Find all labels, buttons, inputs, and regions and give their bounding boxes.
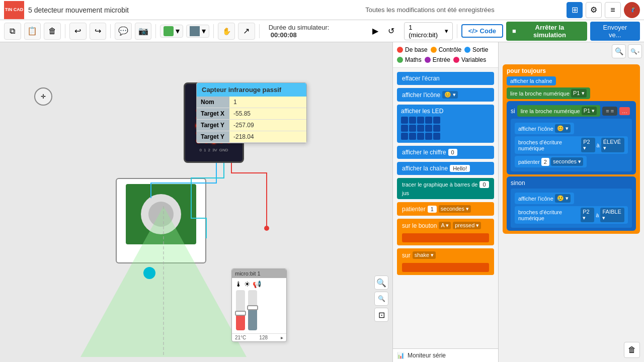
faible-dropdown[interactable]: FAIBLE ▾ bbox=[600, 208, 624, 222]
icone-dropdown-1[interactable]: 😊 ▾ bbox=[555, 124, 571, 133]
code-btn[interactable]: </> Code bbox=[461, 24, 503, 38]
chiffre-value[interactable]: 0 bbox=[448, 149, 457, 156]
led-cell[interactable] bbox=[417, 117, 424, 124]
led-cell[interactable] bbox=[417, 133, 424, 140]
p1-dropdown-2[interactable]: P1 ▾ bbox=[582, 107, 597, 115]
redo-btn[interactable]: ↪ bbox=[90, 23, 107, 40]
block-afficher-icone[interactable]: afficher l'icône 😊 ▾ bbox=[397, 88, 494, 102]
block-effacer-ecran[interactable]: effacer l'écran bbox=[397, 72, 494, 85]
category-debase[interactable]: De base bbox=[397, 46, 428, 53]
graphique-value[interactable]: 0 bbox=[479, 181, 489, 188]
category-variables[interactable]: Variables bbox=[453, 56, 486, 63]
icone-dropdown-2[interactable]: 😢 ▾ bbox=[555, 194, 571, 203]
sensor-value-targetx[interactable]: -55.85 bbox=[229, 108, 306, 119]
sim-more-icon[interactable]: ▸ bbox=[281, 335, 283, 340]
led-cell[interactable] bbox=[433, 133, 440, 140]
zoom-out-btn[interactable]: 🔍 bbox=[374, 292, 388, 306]
send-btn[interactable]: Envoyer ve... bbox=[590, 22, 640, 41]
hand-tool-btn[interactable]: ✋ bbox=[218, 23, 235, 40]
broches-chip-1[interactable]: broches d'écriture numérique P2 ▾ à ÉLEV… bbox=[515, 136, 628, 154]
pointer-tool-btn[interactable]: ↗ bbox=[238, 23, 255, 40]
lire-broche-chip-2[interactable]: lire la broche numérique P1 ▾ bbox=[517, 105, 601, 117]
afficher-icone-chip-1[interactable]: afficher l'icône 😊 ▾ bbox=[515, 123, 574, 134]
comment-btn[interactable]: 💬 bbox=[115, 23, 132, 40]
patienter-chip[interactable]: patienter 2 secondes ▾ bbox=[515, 156, 587, 167]
category-entree[interactable]: Entrée bbox=[425, 56, 450, 63]
refresh-btn[interactable]: ↺ bbox=[384, 24, 398, 38]
shake-dropdown[interactable]: shake ▾ bbox=[413, 251, 436, 259]
settings-btn[interactable]: ⚙ bbox=[586, 2, 602, 18]
code-trash-btn[interactable]: 🗑 bbox=[624, 342, 640, 358]
paste-btn[interactable]: 📋 bbox=[24, 23, 41, 40]
led-cell[interactable] bbox=[409, 133, 416, 140]
camera-btn[interactable]: 📷 bbox=[135, 23, 152, 40]
canvas-area[interactable]: 0123VGND Capteur infrarouge passif Nom 1… bbox=[0, 42, 392, 362]
led-cell[interactable] bbox=[425, 133, 432, 140]
avatar[interactable]: 🦸 bbox=[624, 2, 640, 18]
led-grid-display[interactable] bbox=[401, 117, 490, 140]
entree-dot bbox=[425, 57, 431, 63]
block-patienter[interactable]: patienter 1 secondes ▾ bbox=[397, 202, 494, 216]
list-view-btn[interactable]: ≡ bbox=[605, 2, 621, 18]
block-afficher-chiffre[interactable]: afficher le chiffre 0 bbox=[397, 146, 494, 159]
afficher-chaine-chip[interactable]: afficher la chaîne bbox=[507, 76, 556, 85]
led-cell[interactable] bbox=[401, 117, 408, 124]
sensor-value-nom[interactable]: 1 bbox=[229, 97, 306, 108]
code-line-1: afficher la chaîne lire la broche numéri… bbox=[507, 76, 636, 99]
patienter-val[interactable]: 2 bbox=[541, 158, 549, 166]
chaine-value[interactable]: Hello! bbox=[450, 165, 470, 172]
zoom-in-btn[interactable]: 🔍 bbox=[374, 276, 388, 290]
eleve-dropdown[interactable]: ÉLEVÉ ▾ bbox=[601, 138, 624, 152]
p2-dropdown-1[interactable]: P2 ▾ bbox=[581, 138, 595, 152]
afficher-icone-chip-2[interactable]: afficher l'icône 😢 ▾ bbox=[515, 193, 574, 204]
category-maths[interactable]: Maths bbox=[397, 56, 422, 63]
led-cell[interactable] bbox=[409, 117, 416, 124]
sensor-value-targety1[interactable]: -257.09 bbox=[229, 120, 306, 131]
pan-handle[interactable]: ✛ bbox=[34, 87, 52, 106]
bouton-dropdown[interactable]: A ▾ bbox=[439, 222, 451, 229]
block-tracer-graphique[interactable]: tracer le graphique à barres de 0 jus bbox=[397, 178, 494, 199]
stroke-color-btn[interactable]: ▾ bbox=[186, 25, 209, 38]
category-controle[interactable]: Contrôle bbox=[431, 46, 461, 53]
temp-slider-thumb[interactable] bbox=[235, 311, 246, 316]
monitor-serie-row[interactable]: 📊 Moniteur série bbox=[393, 348, 498, 362]
broches-chip-2[interactable]: broches d'écriture numérique P2 ▾ à FAIB… bbox=[515, 206, 628, 224]
undo-btn[interactable]: ↩ bbox=[69, 23, 87, 40]
icone-dropdown[interactable]: 😊 ▾ bbox=[442, 91, 458, 99]
led-cell[interactable] bbox=[409, 125, 416, 132]
zoom-fit-btn[interactable]: ⊡ bbox=[374, 308, 388, 322]
block-sur-bouton[interactable]: sur le bouton A ▾ pressed ▾ bbox=[397, 219, 494, 245]
block-sur-shake[interactable]: sur shake ▾ bbox=[397, 248, 494, 275]
fill-color-btn[interactable]: ▾ bbox=[160, 25, 183, 38]
play-btn[interactable]: ▶ bbox=[368, 24, 382, 38]
led-cell[interactable] bbox=[425, 125, 432, 132]
trash-btn[interactable]: 🗑 bbox=[44, 23, 61, 40]
led-cell[interactable] bbox=[433, 125, 440, 132]
p2-dropdown-2[interactable]: P2 ▾ bbox=[581, 208, 594, 222]
lire-broche-chip[interactable]: lire la broche numérique P1 ▾ bbox=[507, 87, 590, 99]
microbit-selector[interactable]: 1 (micro:bit) ▾ bbox=[404, 22, 453, 40]
code-line-broche1: broches d'écriture numérique P2 ▾ à ÉLEV… bbox=[515, 136, 628, 154]
led-cell[interactable] bbox=[417, 125, 424, 132]
led-cell[interactable] bbox=[401, 125, 408, 132]
zoom-out-code-btn[interactable]: 🔍- bbox=[628, 44, 642, 58]
sensor-value-targety2[interactable]: -218.04 bbox=[229, 131, 306, 142]
maths-label: Maths bbox=[405, 56, 422, 63]
grid-view-btn[interactable]: ⊞ bbox=[567, 2, 583, 18]
led-cell[interactable] bbox=[425, 117, 432, 124]
copy-btn[interactable]: ⧉ bbox=[4, 23, 21, 40]
block-afficher-chaine[interactable]: afficher la chaîne Hello! bbox=[397, 162, 494, 175]
zoom-in-code-btn[interactable]: 🔍 bbox=[612, 44, 626, 58]
led-cell[interactable] bbox=[401, 133, 408, 140]
p1-dropdown-1[interactable]: P1 ▾ bbox=[571, 89, 587, 98]
category-sortie[interactable]: Sortie bbox=[464, 46, 488, 53]
stop-simulation-btn[interactable]: ■ Arrêter la simulation bbox=[506, 22, 587, 41]
secondes-dropdown[interactable]: secondes ▾ bbox=[551, 157, 583, 166]
light-slider-thumb[interactable] bbox=[247, 305, 258, 310]
temp-slider-fill bbox=[236, 314, 245, 330]
patienter-value[interactable]: 1 bbox=[428, 206, 437, 213]
patienter-dropdown[interactable]: secondes ▾ bbox=[439, 205, 471, 213]
pressed-dropdown[interactable]: pressed ▾ bbox=[453, 222, 481, 229]
led-cell[interactable] bbox=[433, 117, 440, 124]
bouton-body bbox=[402, 233, 489, 242]
